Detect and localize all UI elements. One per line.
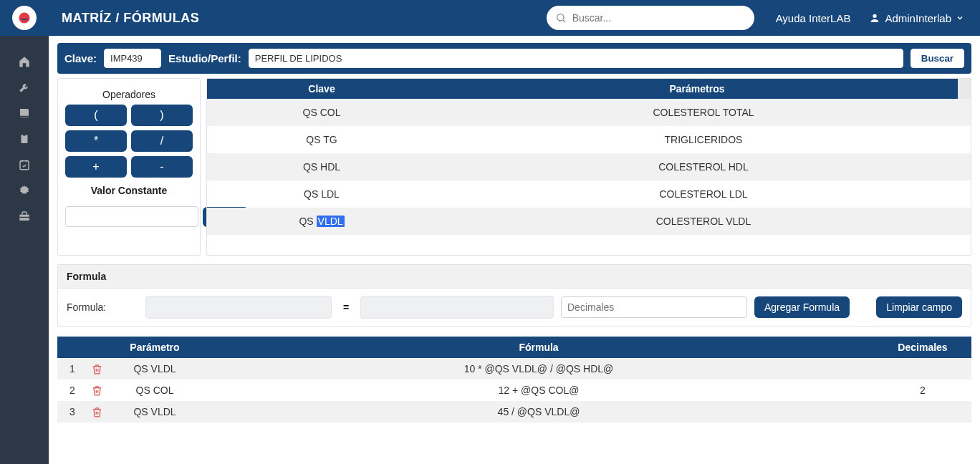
column-clave: Clave xyxy=(207,79,436,99)
formula-expression-box[interactable] xyxy=(360,296,554,319)
result-formula: 45 / @QS VLDL@ xyxy=(203,401,874,422)
scroll-gutter xyxy=(958,79,971,99)
row-index: 3 xyxy=(57,401,87,422)
operator-close-paren[interactable]: ) xyxy=(131,105,193,126)
parameter-row-blank xyxy=(207,235,971,255)
result-decimales xyxy=(874,358,971,380)
search-icon xyxy=(555,12,567,24)
column-decimales: Decimales xyxy=(874,337,971,358)
sidebar-item-calendar[interactable] xyxy=(0,152,49,178)
constant-title: Valor Constante xyxy=(91,185,168,196)
parameter-name: COLESTEROL TOTAL xyxy=(436,107,971,118)
decimales-input[interactable] xyxy=(561,296,747,318)
logo-icon xyxy=(12,6,37,30)
trash-icon xyxy=(92,407,102,417)
delete-row-button[interactable] xyxy=(87,401,106,422)
result-row: 2QS COL12 + @QS COL@2 xyxy=(57,380,971,401)
result-param: QS VLDL xyxy=(106,401,203,422)
delete-row-button[interactable] xyxy=(87,380,106,401)
column-parametros: Parámetros xyxy=(436,79,958,99)
formula-label: Formula: xyxy=(67,301,138,313)
operator-divide[interactable]: / xyxy=(131,130,193,152)
formula-panel: Formula Formula: = Agregar Formula Limpi… xyxy=(57,264,971,327)
sidebar xyxy=(0,36,49,464)
agregar-formula-button[interactable]: Agregar Formula xyxy=(754,296,850,318)
trash-icon xyxy=(92,364,102,374)
operators-panel: Operadores ( ) * / + - Valor Constante A… xyxy=(57,78,201,256)
calendar-check-icon xyxy=(18,158,31,171)
result-param: QS VLDL xyxy=(106,358,203,380)
limpiar-campo-button[interactable]: Limpiar campo xyxy=(876,296,962,318)
column-index xyxy=(57,337,87,358)
sidebar-item-tools[interactable] xyxy=(0,74,49,100)
parameter-row[interactable]: QS LDLCOLESTEROL LDL xyxy=(207,180,971,208)
constant-input[interactable] xyxy=(65,206,198,227)
parameters-table: Clave Parámetros QS COLCOLESTEROL TOTALQ… xyxy=(206,78,971,256)
svg-point-1 xyxy=(557,14,563,21)
estudio-label: Estudio/Perfil: xyxy=(168,52,241,64)
parameter-name: COLESTEROL VLDL xyxy=(436,216,971,227)
result-formula: 12 + @QS COL@ xyxy=(203,380,874,401)
user-name: AdminInterlab xyxy=(885,12,951,24)
delete-row-button[interactable] xyxy=(87,358,106,380)
parameter-clave: QS HDL xyxy=(207,161,436,173)
parameter-row[interactable]: QS TGTRIGLICERIDOS xyxy=(207,126,971,153)
sidebar-item-home[interactable] xyxy=(0,49,49,74)
sidebar-item-clipboard[interactable] xyxy=(0,126,49,152)
equals-sign: = xyxy=(339,301,353,313)
svg-point-0 xyxy=(19,13,30,24)
clave-input[interactable] xyxy=(104,49,161,68)
operator-minus[interactable]: - xyxy=(131,156,193,178)
parameter-name: TRIGLICERIDOS xyxy=(436,134,971,145)
column-formula: Fórmula xyxy=(203,337,874,358)
parameter-clave: QS COL xyxy=(207,107,436,118)
parameter-row[interactable]: QS VLDLCOLESTEROL VLDL xyxy=(207,208,971,235)
results-table: Parámetro Fórmula Decimales 1QS VLDL10 *… xyxy=(57,337,971,422)
user-menu[interactable]: AdminInterlab xyxy=(869,12,969,24)
row-index: 1 xyxy=(57,358,87,380)
help-link[interactable]: Ayuda InterLAB xyxy=(776,12,851,24)
clipboard-icon xyxy=(18,132,31,145)
filter-bar: Clave: Estudio/Perfil: Buscar xyxy=(57,43,971,74)
column-parametro: Parámetro xyxy=(106,337,203,358)
result-decimales: 2 xyxy=(874,380,971,401)
svg-rect-6 xyxy=(23,134,27,136)
chevron-down-icon xyxy=(956,14,964,22)
operator-multiply[interactable]: * xyxy=(65,130,127,152)
toolbox-icon xyxy=(18,210,31,223)
svg-rect-5 xyxy=(21,135,28,143)
user-icon xyxy=(869,12,880,24)
sidebar-item-settings[interactable] xyxy=(0,178,49,203)
operator-plus[interactable]: + xyxy=(65,156,127,178)
svg-point-3 xyxy=(873,14,877,18)
svg-rect-7 xyxy=(20,161,29,170)
main-content: Clave: Estudio/Perfil: Buscar Operadores… xyxy=(49,36,980,464)
operator-open-paren[interactable]: ( xyxy=(65,105,127,126)
parameter-row[interactable]: QS COLCOLESTEROL TOTAL xyxy=(207,99,971,126)
parameter-clave: QS LDL xyxy=(207,188,436,200)
home-icon xyxy=(18,55,31,68)
buscar-button[interactable]: Buscar xyxy=(911,49,964,68)
estudio-input[interactable] xyxy=(249,49,903,68)
parameter-name: COLESTEROL LDL xyxy=(436,188,971,200)
result-param: QS COL xyxy=(106,380,203,401)
global-search[interactable] xyxy=(547,6,754,30)
book-icon xyxy=(18,107,31,120)
formula-param-box[interactable] xyxy=(145,296,332,319)
parameter-row[interactable]: QS HDLCOLESTEROL HDL xyxy=(207,153,971,180)
sidebar-item-toolbox[interactable] xyxy=(0,203,49,229)
top-bar: MATRÍZ / FÓRMULAS Ayuda InterLAB AdminIn… xyxy=(0,0,980,36)
breadcrumb: MATRÍZ / FÓRMULAS xyxy=(62,11,199,26)
row-index: 2 xyxy=(57,380,87,401)
parameter-clave: QS VLDL xyxy=(207,216,436,227)
operators-title: Operadores xyxy=(102,89,155,100)
parameter-name: COLESTEROL HDL xyxy=(436,161,971,173)
parameter-clave: QS TG xyxy=(207,134,436,145)
trash-icon xyxy=(92,385,102,396)
column-delete xyxy=(87,337,106,358)
app-logo xyxy=(0,6,49,30)
parameters-body[interactable]: QS COLCOLESTEROL TOTALQS TGTRIGLICERIDOS… xyxy=(207,99,971,255)
search-input[interactable] xyxy=(572,12,746,24)
result-formula: 10 * @QS VLDL@ / @QS HDL@ xyxy=(203,358,874,380)
sidebar-item-book[interactable] xyxy=(0,100,49,126)
